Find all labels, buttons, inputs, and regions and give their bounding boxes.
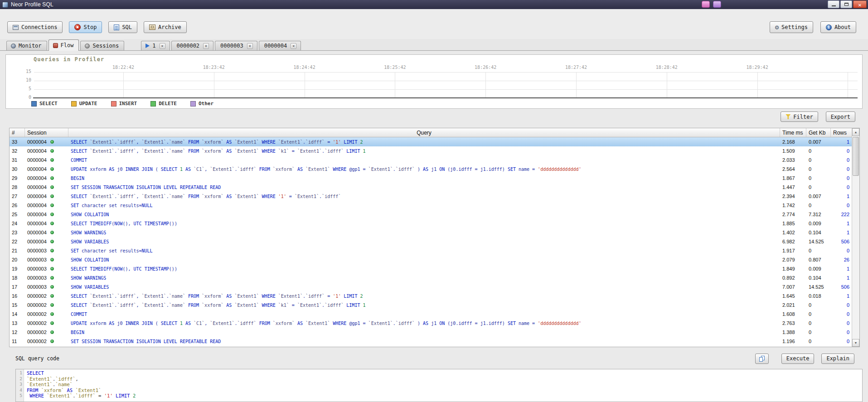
chart-y-label: 15: [14, 69, 31, 74]
query-row-27[interactable]: 270000004SELECT `Extent1`.`idfff`, `Exte…: [10, 192, 852, 201]
export-button[interactable]: Export: [826, 111, 855, 122]
close-icon: [858, 0, 862, 9]
query-row-12[interactable]: 120000002BEGIN1.38800: [10, 328, 852, 337]
tab-0000002[interactable]: 0000002×: [171, 41, 214, 50]
session-cell: 0000002: [25, 329, 68, 335]
about-button[interactable]: About: [820, 21, 856, 33]
session-status-dot: [50, 276, 54, 280]
session-status-dot: [50, 240, 54, 243]
tab-close-icon[interactable]: ×: [247, 43, 253, 49]
query-row-20[interactable]: 200000003SHOW COLLATION2.0790.80726: [10, 255, 852, 264]
row-number-cell: 22: [10, 239, 25, 244]
tab-close-icon[interactable]: ×: [160, 43, 165, 49]
header-rows[interactable]: Rows: [831, 128, 852, 137]
scroll-up-button[interactable]: [852, 128, 859, 136]
tab-close-icon[interactable]: ×: [203, 43, 209, 49]
settings-button[interactable]: Settings: [770, 21, 813, 33]
row-number-cell: 11: [10, 339, 25, 344]
header-num[interactable]: #: [10, 128, 25, 137]
tab-monitor[interactable]: Monitor: [6, 41, 47, 50]
sql-code-editor[interactable]: 12345 SELECT`Extent1`.`idfff`,`Extent1`.…: [15, 369, 863, 402]
session-status-dot: [50, 249, 54, 252]
query-row-25[interactable]: 250000004SHOW COLLATION2.7747.312222: [10, 210, 852, 219]
session-cell: 0000004: [25, 221, 68, 226]
session-cell: 0000004: [25, 194, 68, 199]
header-session[interactable]: Session: [25, 128, 68, 137]
query-row-16[interactable]: 160000002SELECT `Extent1`.`idfff`, `Exte…: [10, 291, 852, 300]
filter-button[interactable]: Filter: [781, 111, 818, 122]
query-row-28[interactable]: 280000004SET SESSION TRANSACTION ISOLATI…: [10, 183, 852, 192]
query-row-21[interactable]: 210000003SET character_set_results=NULL1…: [10, 246, 852, 255]
connections-button[interactable]: Connections: [7, 21, 63, 33]
time-ms-cell: 1.196: [780, 339, 806, 344]
query-row-24[interactable]: 240000004SELECT TIMEDIFF(NOW(), UTC_TIME…: [10, 219, 852, 228]
query-row-15[interactable]: 150000002SELECT `Extent1`.`idfff`, `Exte…: [10, 300, 852, 310]
rows-cell: 0: [831, 311, 852, 317]
stop-button[interactable]: Stop: [69, 21, 102, 33]
query-row-11[interactable]: 110000002SET SESSION TRANSACTION ISOLATI…: [10, 337, 852, 346]
play-icon: [145, 44, 150, 48]
chart-gridline: [848, 72, 848, 98]
query-row-30[interactable]: 300000004UPDATE xxform AS j0 INNER JOIN …: [10, 165, 852, 174]
query-row-13[interactable]: 130000002UPDATE xxform AS j0 INNER JOIN …: [10, 319, 852, 328]
rows-cell: 26: [831, 257, 852, 262]
table-scrollbar[interactable]: [852, 128, 859, 347]
query-row-14[interactable]: 140000002COMMIT1.60800: [10, 310, 852, 319]
header-get-kb[interactable]: Get Kb: [806, 128, 831, 137]
copy-icon: [759, 356, 765, 362]
sql-icon: [114, 24, 119, 30]
maximize-button[interactable]: [840, 0, 852, 8]
rows-cell: 0: [831, 166, 852, 172]
query-row-32[interactable]: 320000004SELECT `Extent1`.`idfff`, `Exte…: [10, 146, 852, 155]
query-row-26[interactable]: 260000004SET character_set_results=NULL1…: [10, 201, 852, 210]
session-id: 0000003: [27, 275, 47, 281]
tab-0000004[interactable]: 0000004×: [259, 41, 301, 50]
tab-0000003[interactable]: 0000003×: [215, 41, 257, 50]
archive-button[interactable]: Archive: [144, 21, 187, 33]
chart-gridline: [667, 72, 667, 98]
close-button[interactable]: [853, 0, 867, 8]
tab-flow[interactable]: Flow: [48, 39, 79, 51]
time-ms-cell: 1.447: [780, 184, 806, 190]
session-status-dot: [50, 312, 54, 316]
tab-close-icon[interactable]: ×: [291, 43, 296, 49]
filter-label: Filter: [793, 114, 813, 120]
get-kb-cell: 0: [806, 148, 831, 154]
copy-button[interactable]: [755, 354, 769, 364]
sql-editor-title: SQL query code: [15, 355, 59, 362]
query-row-17[interactable]: 170000003SHOW VARIABLES7.00714.525506: [10, 282, 852, 291]
query-row-29[interactable]: 290000004BEGIN1.86700: [10, 174, 852, 183]
get-kb-cell: 0: [806, 166, 831, 172]
session-status-dot: [50, 185, 54, 189]
get-kb-cell: 14.525: [806, 284, 831, 290]
time-ms-cell: 2.394: [780, 194, 806, 199]
session-id: 0000004: [27, 139, 47, 145]
scroll-thumb[interactable]: [853, 137, 859, 176]
scroll-down-button[interactable]: [852, 339, 859, 347]
minimize-icon: [832, 5, 836, 6]
ime-icon-2[interactable]: [713, 1, 721, 8]
header-query[interactable]: Query: [68, 128, 780, 137]
explain-button[interactable]: Explain: [821, 354, 854, 364]
chart-gridline: [576, 72, 577, 98]
title-bar: Neor Profile SQL: [0, 0, 868, 9]
rows-cell: 0: [831, 329, 852, 335]
header-time-ms[interactable]: Time ms: [780, 128, 806, 137]
tab-1[interactable]: 1×: [141, 41, 170, 50]
legend-item-update: UPDATE: [71, 101, 97, 107]
ime-icon-1[interactable]: [702, 1, 710, 8]
query-row-23[interactable]: 230000004SHOW WARNINGS1.4020.1041: [10, 228, 852, 237]
query-row-22[interactable]: 220000004SHOW VARIABLES6.98214.525506: [10, 237, 852, 246]
session-id: 0000002: [27, 302, 47, 308]
session-status-dot: [50, 176, 54, 180]
sql-button[interactable]: SQL: [108, 21, 137, 33]
query-row-33[interactable]: 330000004SELECT `Extent1`.`idfff`, `Exte…: [10, 137, 852, 146]
get-kb-cell: 0: [806, 320, 831, 326]
query-row-31[interactable]: 310000004COMMIT2.03300: [10, 155, 852, 165]
query-row-18[interactable]: 180000003SHOW WARNINGS0.8920.1041: [10, 273, 852, 282]
execute-button[interactable]: Execute: [781, 354, 815, 364]
tab-sessions[interactable]: Sessions: [80, 41, 124, 50]
execute-label: Execute: [786, 355, 810, 362]
minimize-button[interactable]: [828, 0, 839, 8]
query-row-19[interactable]: 190000003SELECT TIMEDIFF(NOW(), UTC_TIME…: [10, 264, 852, 273]
